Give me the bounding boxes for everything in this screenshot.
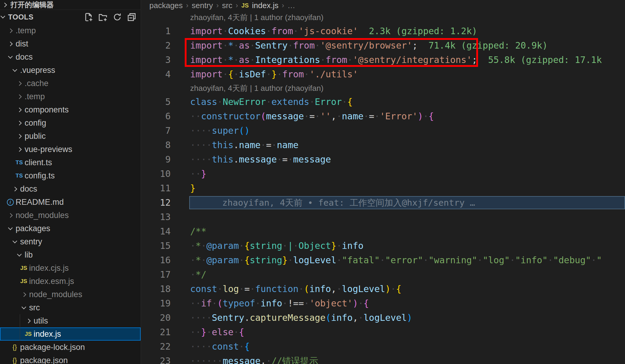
code-line-23[interactable]: 23······message,·//错误提示	[141, 354, 625, 364]
code-line-19[interactable]: 19··if·(typeof·info·!==·'object')·{	[141, 296, 625, 311]
code-line-18[interactable]: 18const·log·=·function·(info,·logLevel)·…	[141, 282, 625, 296]
tree-item-index.cjs.js[interactable]: JSindex.cjs.js	[0, 261, 141, 275]
tree-item-.temp[interactable]: .temp	[0, 24, 141, 37]
tree-item-.vuepress[interactable]: .vuepress	[0, 64, 141, 77]
code-line-6[interactable]: 6··constructor(message·=·'',·name·=·'Err…	[141, 109, 625, 124]
tree-item-packages[interactable]: packages	[0, 222, 141, 235]
tree-item-.temp[interactable]: .temp	[0, 90, 141, 103]
code-line-11[interactable]: 11}	[141, 181, 625, 195]
tree-item-README.md[interactable]: iREADME.md	[0, 195, 141, 209]
folder-twistie	[14, 135, 25, 138]
code-line-21[interactable]: 21··}·else·{	[141, 325, 625, 339]
chevron-down-icon	[12, 67, 17, 72]
js-file-icon: JS	[20, 265, 27, 271]
tree-item-index.esm.js[interactable]: JSindex.esm.js	[0, 275, 141, 288]
chevron-right-icon	[8, 41, 13, 46]
code-line-12[interactable]: 12zhaoyifan, 4天前 • feat: 工作空间加入@hxjf/sen…	[141, 195, 625, 210]
blame-codelens[interactable]: zhaoyifan, 4天前 | 1 author (zhaoyifan)	[190, 82, 625, 95]
code-line-16[interactable]: 16·*·@param·{string}·logLevel·"fatal"·"e…	[141, 253, 625, 267]
code-line-15[interactable]: 15·*·@param·{string·|·Object}·info	[141, 239, 625, 253]
tree-item-public[interactable]: public	[0, 130, 141, 143]
refresh-icon[interactable]	[112, 12, 122, 22]
tree-item-utils[interactable]: utils	[0, 314, 141, 327]
breadcrumb-item-sentry[interactable]: sentry	[192, 1, 213, 10]
tree-item-label: sentry	[20, 237, 42, 246]
collapse-all-icon[interactable]	[127, 12, 136, 22]
code-text: class·NewError·extends·Error·{	[190, 95, 353, 109]
tree-item-label: package-lock.json	[20, 343, 85, 352]
tree-item-config.ts[interactable]: TSconfig.ts	[0, 169, 141, 182]
tree-item-package.json[interactable]: {}package.json	[0, 354, 141, 364]
file-icon-slot: {}	[9, 343, 20, 351]
code-line-9[interactable]: 9····this.message·=·message	[141, 152, 625, 167]
code-line-8[interactable]: 8····this.name·=·name	[141, 138, 625, 152]
tree-item-package-lock.json[interactable]: {}package-lock.json	[0, 341, 141, 354]
tools-section-header[interactable]: TOOLS	[0, 10, 141, 24]
line-number: 9	[141, 152, 171, 167]
code-line-14[interactable]: 14/**	[141, 224, 625, 239]
code-line-17[interactable]: 17·*/	[141, 267, 625, 282]
code-line-7[interactable]: 7····super()	[141, 124, 625, 138]
ts-file-icon: TS	[16, 159, 23, 166]
blame-codelens[interactable]: zhaoyifan, 4天前 | 1 author (zhaoyifan)	[190, 11, 625, 24]
code-line-4[interactable]: 4import·{·isDef·}·from·'./utils'	[141, 67, 625, 82]
chevron-right-icon	[8, 213, 13, 218]
tree-item-src[interactable]: src	[0, 301, 141, 314]
code-text: ··if·(typeof·info·!==·'object')·{	[190, 296, 369, 311]
code-line-22[interactable]: 22····const·{	[141, 339, 625, 354]
folder-twistie	[18, 306, 29, 309]
tree-item-lib[interactable]: lib	[0, 248, 141, 261]
tree-item-index.js[interactable]: JSindex.js	[0, 327, 141, 341]
new-folder-icon[interactable]	[98, 12, 107, 22]
chevron-right-icon	[26, 318, 31, 323]
tree-item-label: index.js	[34, 330, 61, 339]
new-file-icon[interactable]	[84, 12, 93, 22]
code-line-1[interactable]: 1import·Cookies·from·'js-cookie' 2.3k (g…	[141, 24, 625, 38]
code-text: ······message,·//错误提示	[190, 354, 318, 364]
tree-item-vue-previews[interactable]: vue-previews	[0, 143, 141, 156]
code-text: ··}	[190, 167, 206, 181]
tree-item-components[interactable]: components	[0, 103, 141, 116]
tree-item-docs[interactable]: docs	[0, 50, 141, 64]
line-number: 14	[141, 224, 171, 239]
tree-item-client.ts[interactable]: TSclient.ts	[0, 156, 141, 169]
tree-item-label: dist	[16, 39, 28, 49]
tools-section-label: TOOLS	[8, 13, 34, 21]
tree-item-label: index.cjs.js	[29, 264, 69, 273]
code-line-5[interactable]: 5class·NewError·extends·Error·{	[141, 95, 625, 109]
breadcrumb-item-packages[interactable]: packages	[149, 1, 183, 10]
code-text: ·*/	[190, 267, 206, 282]
folder-twistie	[14, 108, 25, 112]
line-number: 4	[141, 67, 171, 82]
code-line-13[interactable]: 13	[141, 210, 625, 224]
open-editors-header[interactable]: 打开的编辑器	[0, 0, 141, 10]
code-line-20[interactable]: 20····Sentry.captureMessage(info,·logLev…	[141, 311, 625, 325]
code-line-10[interactable]: 10··}	[141, 167, 625, 181]
tree-item-node_modules[interactable]: node_modules	[0, 209, 141, 222]
file-icon-slot: {}	[9, 357, 20, 364]
tree-item-label: .temp	[25, 92, 45, 101]
folder-twistie	[9, 240, 20, 243]
open-editors-label: 打开的编辑器	[10, 0, 54, 10]
code-line-3[interactable]: 3import·*·as·Integrations·from·'@sentry/…	[141, 53, 625, 67]
chevron-right-icon	[17, 134, 22, 139]
tree-item-.cache[interactable]: .cache	[0, 77, 141, 90]
inline-blame-text: zhaoyifan, 4天前 • feat: 工作空间加入@hxjf/sentr…	[190, 195, 475, 210]
chevron-right-icon	[21, 292, 26, 297]
tree-item-dist[interactable]: dist	[0, 37, 141, 50]
line-number: 11	[141, 181, 171, 195]
tree-item-config[interactable]: config	[0, 116, 141, 130]
breadcrumb-item-index.js[interactable]: index.js	[252, 1, 278, 10]
breadcrumb-item-…[interactable]: …	[287, 1, 295, 10]
folder-twistie	[5, 214, 16, 217]
chevron-down-icon	[12, 238, 17, 243]
tree-item-docs[interactable]: docs	[0, 182, 141, 195]
tree-item-label: .vuepress	[20, 66, 55, 75]
tree-item-sentry[interactable]: sentry	[0, 235, 141, 248]
tree-item-node_modules[interactable]: node_modules	[0, 288, 141, 301]
code-line-2[interactable]: 2import·*·as·Sentry·from·'@sentry/browse…	[141, 38, 625, 53]
line-number: 19	[141, 296, 171, 311]
breadcrumb-item-src[interactable]: src	[222, 1, 232, 10]
tools-actions	[84, 12, 141, 22]
chevron-right-icon	[17, 147, 22, 152]
